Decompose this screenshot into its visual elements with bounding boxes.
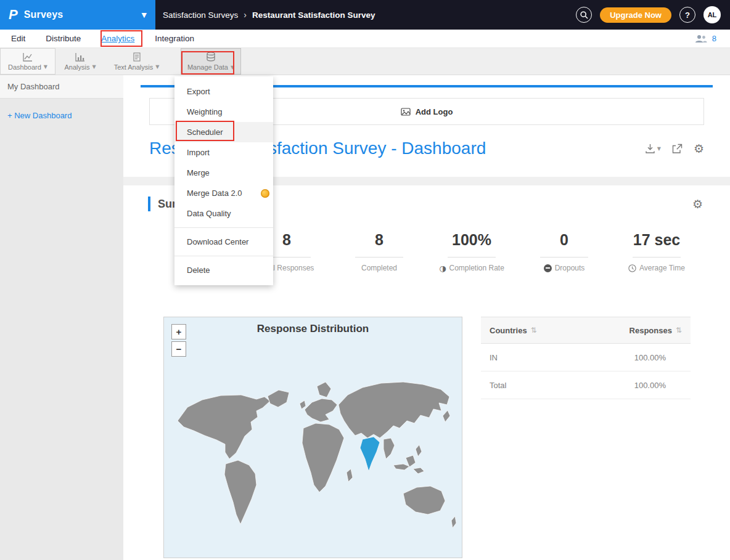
analytics-toolbar: Dashboard▼ Analysis▼ Text Analysis▼ Mana… [0,48,730,75]
menu-item-delete[interactable]: Delete [174,260,273,280]
toolbar-dashboard-button[interactable]: Dashboard▼ [0,48,55,75]
island-sumatra [393,464,409,470]
tab-analytics[interactable]: Analytics [101,34,134,43]
stat-value: 0 [518,231,610,250]
upgrade-now-button[interactable]: Upgrade Now [600,7,671,23]
share-icon[interactable] [672,144,683,153]
summary-stat-completed: 8 Completed [333,231,425,272]
app-root: P Surveys ▼ Satisfaction Surveys › Resta… [0,0,730,560]
search-button[interactable] [576,7,592,23]
new-dashboard-button[interactable]: + New Dashboard [7,111,123,120]
product-name: Surveys [24,9,64,20]
island-uk [300,400,306,409]
collaborators-count: 8 [712,34,716,43]
minus-circle-icon [544,264,552,272]
manage-data-dropdown: Export Weighting Scheduler Import Merge … [174,76,273,285]
breadcrumb-separator-icon: › [244,10,247,20]
chevron-down-icon[interactable]: ▼ [142,11,147,19]
sidebar-item-my-dashboard[interactable]: My Dashboard [0,75,123,99]
island-philippines [416,445,422,457]
image-icon [401,107,411,116]
tab-edit[interactable]: Edit [11,34,25,43]
top-bar: P Surveys ▼ Satisfaction Surveys › Resta… [0,0,730,30]
stat-value: 17 sec [610,231,703,250]
country-code: IN [490,353,498,362]
topbar-actions: Upgrade Now ? AL [576,6,730,23]
sort-icon[interactable]: ⇅ [676,326,682,335]
island-greenland [268,390,289,407]
stat-label: Dropouts [555,264,585,272]
continent-south-america [224,460,256,524]
questionpro-logo-icon: P [9,7,18,23]
world-map [164,317,462,558]
col-header-countries: Countries [490,326,527,335]
zoom-out-button[interactable]: − [171,341,186,357]
countries-table: Countries ⇅ Responses ⇅ IN 100.00% [481,317,691,558]
section-accent-bar [148,197,150,211]
toolbar-text-analysis-label: Text Analysis [114,63,154,71]
island-new-zealand [451,516,456,528]
menu-item-import[interactable]: Import [174,142,273,163]
tab-integration[interactable]: Integration [155,34,194,43]
stat-label: Completed [361,264,397,272]
collaborators[interactable]: 8 [695,34,730,43]
menu-item-merge-data-2[interactable]: Merge Data 2.0 [174,183,273,203]
half-circle-icon: ◑ [439,264,446,272]
line-chart-icon [23,52,33,62]
toolbar-analysis-button[interactable]: Analysis▼ [55,48,105,75]
sort-icon[interactable]: ⇅ [531,326,537,335]
menu-item-merge[interactable]: Merge [174,163,273,183]
caret-down-icon: ▼ [92,64,96,70]
clock-icon [628,264,636,272]
caret-down-icon: ▼ [231,65,234,70]
breadcrumb-parent[interactable]: Satisfaction Surveys [163,10,238,20]
caret-down-icon: ▼ [44,64,47,70]
user-avatar[interactable]: AL [703,6,721,23]
database-icon [206,52,216,62]
continent-north-america [178,395,270,459]
summary-stat-dropouts: 0 Dropouts [518,231,610,272]
region-scandinavia [317,382,331,397]
stat-label: Average Time [639,264,685,272]
premium-badge-icon [261,189,269,198]
search-icon [580,11,588,19]
response-percent: 100.00% [634,353,682,362]
menu-divider [174,227,273,228]
add-logo-label: Add Logo [416,107,453,116]
settings-gear-icon[interactable]: ⚙ [694,142,704,155]
toolbar-dashboard-label: Dashboard [8,63,41,71]
country-code: Total [490,381,506,390]
toolbar-analysis-label: Analysis [64,63,89,71]
zoom-in-button[interactable]: + [171,324,186,339]
col-header-responses: Responses [630,326,672,335]
download-button[interactable]: ▼ [645,144,661,153]
response-distribution-map[interactable]: Response Distribution + − [163,317,462,558]
summary-stat-completion-rate: 100% ◑Completion Rate [425,231,518,272]
menu-item-download-center[interactable]: Download Center [174,232,273,252]
tab-distribute[interactable]: Distribute [46,34,81,43]
toolbar-manage-data-label: Manage Data [187,63,228,71]
toolbar-text-analysis-button[interactable]: Text Analysis▼ [105,48,168,75]
table-row: Total 100.00% [481,371,691,399]
map-zoom-controls: + − [171,324,186,357]
menu-item-weighting[interactable]: Weighting [174,102,273,122]
map-title: Response Distribution [164,323,462,335]
document-icon [132,52,142,62]
island-java [413,468,424,474]
stat-label: Completion Rate [449,264,504,272]
help-button[interactable]: ? [679,7,695,23]
region-southeast-asia [383,438,395,459]
product-switcher[interactable]: P Surveys ▼ [0,0,155,30]
menu-item-export[interactable]: Export [174,81,273,102]
summary-settings-gear-icon[interactable]: ⚙ [692,197,703,211]
continent-africa [302,423,344,492]
menu-item-data-quality[interactable]: Data Quality [174,203,273,224]
menu-divider [174,256,273,256]
country-india-highlighted[interactable] [360,437,380,471]
caret-down-icon: ▼ [155,64,159,70]
continent-australia [403,486,445,514]
menu-item-scheduler[interactable]: Scheduler [174,122,273,142]
caret-down-icon: ▼ [657,146,661,152]
title-actions: ▼ ⚙ [645,142,704,155]
toolbar-manage-data-button[interactable]: Manage Data▼ [181,48,241,75]
